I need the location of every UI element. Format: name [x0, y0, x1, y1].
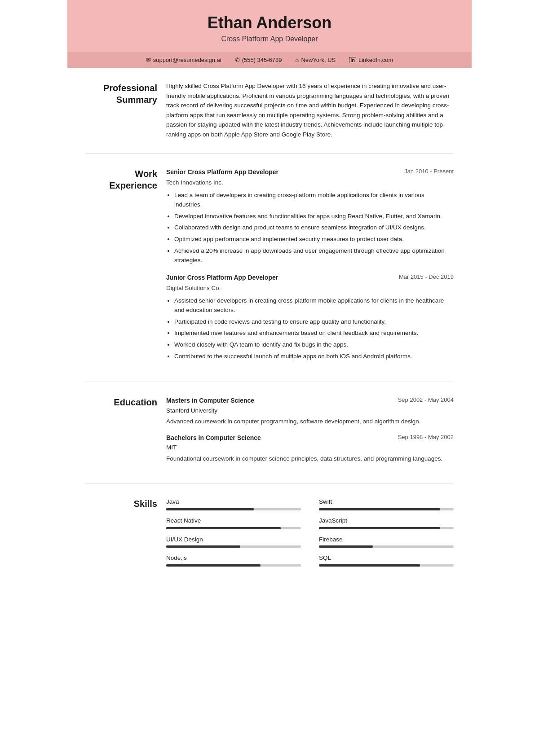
skill-item: React Native	[166, 516, 301, 529]
list-item: Assisted senior developers in creating c…	[174, 296, 454, 315]
skill-bar-bg	[166, 527, 301, 529]
job-title: Junior Cross Platform App Developer	[166, 273, 278, 282]
skills-grid: Java Swift React Native JavaScript UI/UX…	[166, 497, 454, 567]
education-section: Education Masters in Computer Science Se…	[85, 396, 454, 470]
skill-bar-bg	[319, 508, 454, 510]
list-item: Participated in code reviews and testing…	[174, 317, 454, 327]
contact-linkedin: in LinkedIn.com	[349, 57, 393, 63]
contact-phone: ✆ (555) 345-6789	[235, 57, 282, 63]
edu-degree: Bachelors in Computer Science	[166, 433, 261, 443]
edu-date: Sep 1998 - May 2002	[398, 433, 454, 443]
list-item: Contributed to the successful launch of …	[174, 352, 454, 361]
summary-label: Professional Summary	[85, 81, 157, 140]
list-item: Achieved a 20% increase in app downloads…	[174, 246, 454, 265]
job-title: Senior Cross Platform App Developer	[166, 167, 278, 177]
education-label: Education	[85, 396, 157, 470]
skill-name: JavaScript	[319, 516, 454, 526]
work-label: Work Experience	[85, 167, 157, 369]
job-date: Mar 2015 - Dec 2019	[399, 273, 454, 282]
candidate-title: Cross Platform App Developer	[76, 35, 463, 43]
work-content: Senior Cross Platform App DeveloperJan 2…	[166, 167, 454, 369]
skill-item: SQL	[319, 553, 454, 567]
edu-school: MIT	[166, 443, 454, 453]
skill-name: React Native	[166, 516, 301, 526]
phone-icon: ✆	[235, 57, 240, 63]
skill-bar-fill	[166, 564, 261, 567]
work-section: Work Experience Senior Cross Platform Ap…	[85, 167, 454, 369]
edu-date: Sep 2002 - May 2004	[398, 396, 454, 405]
skill-item: Swift	[319, 497, 454, 510]
skill-bar-fill	[319, 508, 440, 510]
skill-name: UI/UX Design	[166, 535, 301, 545]
skill-bar-fill	[166, 527, 281, 529]
contact-location: ⌂ NewYork, US	[296, 57, 336, 63]
skill-bar-bg	[319, 545, 454, 548]
skill-name: Swift	[319, 497, 454, 507]
skill-bar-bg	[166, 508, 301, 510]
list-item: Optimized app performance and implemente…	[174, 234, 454, 244]
skill-bar-fill	[319, 527, 440, 529]
job-bullets: Lead a team of developers in creating cr…	[166, 190, 454, 265]
skill-item: Java	[166, 497, 301, 510]
skill-item: Node.js	[166, 553, 301, 567]
skill-bar-bg	[166, 545, 301, 548]
skill-item: UI/UX Design	[166, 535, 301, 548]
divider-3	[85, 483, 454, 483]
skills-content: Java Swift React Native JavaScript UI/UX…	[166, 497, 454, 567]
list-item: Collaborated with design and product tea…	[174, 223, 454, 233]
contact-email: ✉ support@resumedesign.ai	[146, 57, 221, 63]
list-item: Implemented new features and enhancement…	[174, 328, 454, 338]
list-item: Developed innovative features and functi…	[174, 211, 454, 221]
skill-bar-fill	[166, 508, 254, 510]
skill-bar-bg	[319, 527, 454, 529]
edu-header: Masters in Computer Science Sep 2002 - M…	[166, 396, 454, 405]
divider-2	[85, 382, 454, 382]
skill-bar-bg	[319, 564, 454, 567]
job-block: Senior Cross Platform App DeveloperJan 2…	[166, 167, 454, 265]
list-item: Lead a team of developers in creating cr…	[174, 190, 454, 210]
skills-label: Skills	[85, 497, 157, 567]
edu-degree: Masters in Computer Science	[166, 396, 254, 405]
summary-section: Professional Summary Highly skilled Cros…	[85, 81, 454, 140]
skill-item: Firebase	[319, 535, 454, 548]
email-icon: ✉	[146, 57, 151, 63]
linkedin-icon: in	[349, 57, 356, 63]
edu-school: Stanford University	[166, 406, 454, 416]
list-item: Worked closely with QA team to identify …	[174, 340, 454, 350]
job-company: Digital Solutions Co.	[166, 283, 454, 293]
edu-desc: Foundational coursework in computer scie…	[166, 454, 454, 464]
job-bullets: Assisted senior developers in creating c…	[166, 296, 454, 361]
skill-name: Firebase	[319, 535, 454, 545]
skill-item: JavaScript	[319, 516, 454, 529]
location-icon: ⌂	[296, 57, 299, 63]
header-section: Ethan Anderson Cross Platform App Develo…	[67, 0, 472, 52]
summary-text: Highly skilled Cross Platform App Develo…	[166, 81, 454, 140]
skill-bar-fill	[166, 545, 240, 548]
job-date: Jan 2010 - Present	[404, 167, 454, 176]
skills-section: Skills Java Swift React Native JavaScrip…	[85, 497, 454, 567]
skill-bar-fill	[319, 564, 420, 567]
skill-name: Java	[166, 497, 301, 507]
main-content: Professional Summary Highly skilled Cros…	[67, 68, 472, 594]
skill-bar-fill	[319, 545, 373, 548]
job-company: Tech Innovations Inc.	[166, 178, 454, 188]
edu-block: Masters in Computer Science Sep 2002 - M…	[166, 396, 454, 426]
skill-bar-bg	[166, 564, 301, 567]
edu-desc: Advanced coursework in computer programm…	[166, 417, 454, 426]
contact-bar: ✉ support@resumedesign.ai ✆ (555) 345-67…	[67, 52, 472, 68]
candidate-name: Ethan Anderson	[76, 13, 463, 32]
divider-1	[85, 153, 454, 154]
edu-header: Bachelors in Computer Science Sep 1998 -…	[166, 433, 454, 443]
skill-name: SQL	[319, 553, 454, 563]
job-block: Junior Cross Platform App DeveloperMar 2…	[166, 273, 454, 361]
edu-block: Bachelors in Computer Science Sep 1998 -…	[166, 433, 454, 464]
education-content: Masters in Computer Science Sep 2002 - M…	[166, 396, 454, 470]
skill-name: Node.js	[166, 553, 301, 563]
